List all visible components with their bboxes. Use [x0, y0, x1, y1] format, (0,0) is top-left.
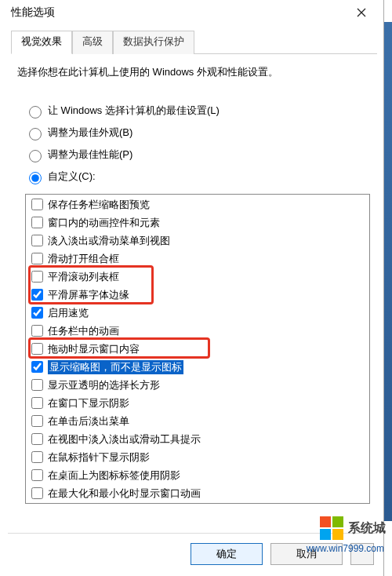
effect-checkbox-15[interactable] [31, 469, 43, 481]
radio-option-0[interactable]: 让 Windows 选择计算机的最佳设置(L) [25, 100, 369, 122]
performance-options-dialog: 性能选项 视觉效果高级数据执行保护 选择你想在此计算机上使用的 Windows … [0, 0, 384, 576]
watermark-url: www.win7999.com [307, 543, 384, 554]
effect-checkbox-row-9[interactable]: 显示缩略图，而不是显示图标 [27, 358, 368, 376]
effect-checkbox-2[interactable] [31, 235, 43, 246]
effect-checkbox-row-2[interactable]: 淡入淡出或滑动菜单到视图 [27, 231, 368, 250]
radio-label-2: 调整为最佳性能(P) [48, 148, 132, 162]
watermark-brand: 系统城 [320, 516, 386, 540]
radio-label-3: 自定义(C): [48, 170, 96, 184]
effects-checklist[interactable]: 保存任务栏缩略图预览窗口内的动画控件和元素淡入淡出或滑动菜单到视图滑动打开组合框… [25, 194, 370, 504]
effect-label-15: 在桌面上为图标标签使用阴影 [48, 468, 180, 483]
tab-2[interactable]: 数据执行保护 [113, 31, 194, 54]
radio-option-2[interactable]: 调整为最佳性能(P) [25, 144, 369, 166]
effect-checkbox-10[interactable] [31, 379, 43, 391]
effect-label-13: 在视图中淡入淡出或滑动工具提示 [48, 432, 201, 447]
background-window-strip [384, 22, 392, 521]
tab-content-visual-effects: 选择你想在此计算机上使用的 Windows 外观和性能设置。 让 Windows… [0, 54, 383, 504]
effect-checkbox-row-10[interactable]: 显示亚透明的选择长方形 [27, 376, 368, 394]
effect-checkbox-16[interactable] [31, 487, 43, 499]
effect-checkbox-row-8[interactable]: 拖动时显示窗口内容 [27, 340, 368, 358]
effect-label-9: 显示缩略图，而不是显示图标 [48, 360, 183, 374]
radio-label-0: 让 Windows 选择计算机的最佳设置(L) [48, 104, 220, 118]
effect-label-2: 淡入淡出或滑动菜单到视图 [48, 234, 170, 248]
effect-checkbox-row-14[interactable]: 在鼠标指针下显示阴影 [27, 448, 368, 466]
radio-input-3[interactable] [29, 172, 42, 184]
radio-label-1: 调整为最佳外观(B) [48, 126, 132, 140]
close-icon [357, 8, 366, 17]
effect-checkbox-11[interactable] [31, 397, 43, 409]
effect-label-16: 在最大化和最小化时显示窗口动画 [48, 487, 201, 501]
effect-label-12: 在单击后淡出菜单 [48, 414, 129, 428]
effect-checkbox-row-5[interactable]: 平滑屏幕字体边缘 [27, 286, 368, 304]
tab-strip: 视觉效果高级数据执行保护 [11, 30, 377, 54]
ok-button[interactable]: 确定 [191, 543, 263, 565]
effect-checkbox-5[interactable] [31, 289, 43, 301]
effect-label-11: 在窗口下显示阴影 [48, 396, 129, 410]
effect-label-5: 平滑屏幕字体边缘 [48, 288, 129, 302]
effect-checkbox-row-0[interactable]: 保存任务栏缩略图预览 [27, 195, 368, 213]
effect-label-7: 任务栏中的动画 [48, 324, 119, 338]
radio-option-1[interactable]: 调整为最佳外观(B) [25, 122, 369, 144]
effect-checkbox-1[interactable] [31, 217, 43, 228]
microsoft-logo-icon [320, 516, 343, 540]
effect-label-10: 显示亚透明的选择长方形 [48, 378, 160, 392]
radio-option-3[interactable]: 自定义(C): [25, 166, 369, 188]
tab-0[interactable]: 视觉效果 [11, 31, 72, 54]
effect-checkbox-4[interactable] [31, 271, 43, 283]
effect-checkbox-12[interactable] [31, 415, 43, 427]
effect-checkbox-9[interactable] [31, 361, 43, 373]
effect-label-6: 启用速览 [48, 306, 89, 320]
effect-checkbox-row-11[interactable]: 在窗口下显示阴影 [27, 394, 368, 412]
close-button[interactable] [346, 2, 377, 23]
radio-input-2[interactable] [29, 150, 42, 162]
effect-checkbox-0[interactable] [31, 199, 43, 210]
effect-checkbox-3[interactable] [31, 253, 43, 264]
effect-label-1: 窗口内的动画控件和元素 [48, 216, 160, 230]
radio-input-0[interactable] [29, 106, 42, 118]
effect-checkbox-row-16[interactable]: 在最大化和最小化时显示窗口动画 [27, 484, 368, 502]
effect-label-3: 滑动打开组合框 [48, 252, 119, 266]
effect-checkbox-row-4[interactable]: 平滑滚动列表框 [27, 268, 368, 286]
effect-checkbox-row-15[interactable]: 在桌面上为图标标签使用阴影 [27, 466, 368, 484]
effect-checkbox-row-7[interactable]: 任务栏中的动画 [27, 322, 368, 340]
effect-checkbox-row-3[interactable]: 滑动打开组合框 [27, 250, 368, 268]
effect-label-14: 在鼠标指针下显示阴影 [48, 450, 150, 465]
watermark-text: 系统城 [348, 520, 386, 537]
effect-checkbox-7[interactable] [31, 325, 43, 337]
effect-checkbox-13[interactable] [31, 433, 43, 445]
description-text: 选择你想在此计算机上使用的 Windows 外观和性能设置。 [17, 65, 369, 79]
effect-checkbox-row-6[interactable]: 启用速览 [27, 304, 368, 322]
mode-radio-group: 让 Windows 选择计算机的最佳设置(L)调整为最佳外观(B)调整为最佳性能… [25, 100, 369, 188]
dialog-title: 性能选项 [6, 5, 346, 20]
radio-input-1[interactable] [29, 128, 42, 140]
effect-checkbox-row-13[interactable]: 在视图中淡入淡出或滑动工具提示 [27, 430, 368, 448]
effect-checkbox-6[interactable] [31, 307, 43, 319]
effect-label-4: 平滑滚动列表框 [48, 270, 119, 284]
effect-checkbox-row-12[interactable]: 在单击后淡出菜单 [27, 412, 368, 430]
titlebar: 性能选项 [0, 0, 383, 25]
effect-label-0: 保存任务栏缩略图预览 [48, 198, 150, 212]
effect-label-8: 拖动时显示窗口内容 [48, 342, 140, 356]
tab-1[interactable]: 高级 [72, 31, 113, 54]
effect-checkbox-row-1[interactable]: 窗口内的动画控件和元素 [27, 213, 368, 231]
effect-checkbox-14[interactable] [31, 451, 43, 463]
effect-checkbox-8[interactable] [31, 343, 43, 355]
